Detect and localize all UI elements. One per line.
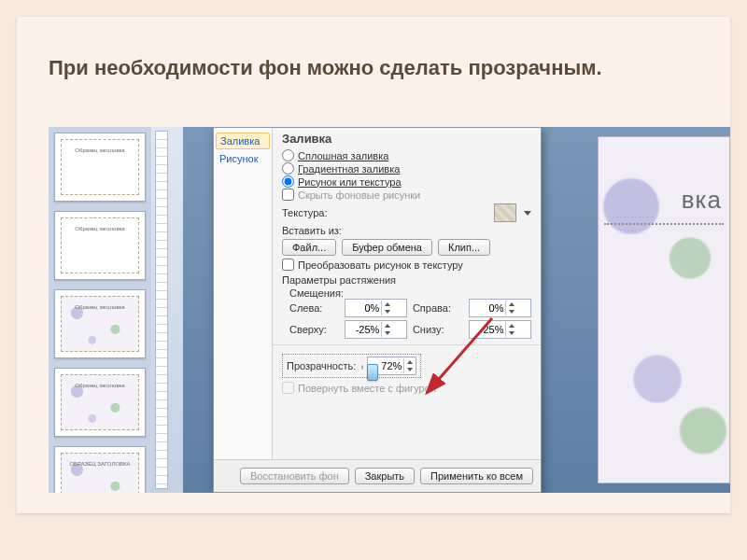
reset-background-button[interactable]: Восстановить фон [240, 468, 349, 484]
apply-to-all-button[interactable]: Применить ко всем [420, 468, 533, 484]
texture-dropdown-icon[interactable] [524, 211, 531, 216]
insert-clipart-button[interactable]: Клип... [438, 239, 490, 256]
vertical-ruler [151, 127, 184, 493]
offset-left-spinner[interactable] [345, 299, 407, 317]
slider-thumb-icon[interactable] [367, 364, 378, 381]
offset-bottom-input[interactable] [470, 324, 505, 335]
checkbox-rotate-with-shape-label: Повернуть вместе с фигурой [298, 383, 436, 394]
slide-thumbnail-panel: Образец заголовка Образец заголовка Обра… [49, 127, 152, 493]
thumbnail-caption: ОБРАЗЕЦ ЗАГОЛОВКА [69, 461, 131, 467]
placeholder-divider-icon [604, 223, 724, 225]
spinner-down-icon[interactable] [382, 329, 393, 337]
separator-icon [273, 344, 541, 345]
checkbox-hide-background[interactable] [282, 189, 294, 201]
offsets-label: Смещения: [289, 287, 531, 299]
radio-picture-fill[interactable] [282, 175, 294, 188]
offset-right-input[interactable] [470, 302, 505, 314]
spinner-up-icon[interactable] [506, 322, 517, 329]
transparency-label: Прозрачность: [287, 360, 356, 371]
offset-top-spinner[interactable] [345, 320, 407, 339]
spinner-down-icon[interactable] [382, 308, 393, 315]
offset-left-label: Слева: [289, 302, 339, 314]
dialog-heading: Заливка [282, 132, 531, 146]
radio-solid-fill-label: Сплошная заливка [298, 150, 388, 161]
checkbox-tile-picture[interactable] [282, 259, 294, 271]
insert-from-label: Вставить из: [282, 225, 531, 236]
offset-top-label: Сверху: [289, 324, 339, 335]
spinner-down-icon[interactable] [506, 329, 517, 337]
dialog-nav-picture[interactable]: Рисунок [214, 150, 272, 167]
slide-thumbnail[interactable]: Образец заголовка [54, 368, 146, 437]
thumbnail-caption: Образец заголовка [69, 147, 131, 153]
insert-file-button[interactable]: Файл... [282, 239, 336, 256]
radio-picture-fill-label: Рисунок или текстура [298, 176, 402, 188]
dialog-nav: Заливка Рисунок [214, 128, 273, 460]
dialog-nav-fill[interactable]: Заливка [216, 133, 270, 149]
dialog-footer: Восстановить фон Закрыть Применить ко вс… [214, 459, 541, 492]
offset-bottom-label: Снизу: [413, 324, 464, 335]
offset-bottom-spinner[interactable] [469, 320, 531, 339]
spinner-up-icon[interactable] [382, 322, 393, 329]
spinner-down-icon[interactable] [404, 366, 416, 373]
checkbox-tile-picture-label: Преобразовать рисунок в текстуру [298, 259, 463, 271]
texture-label: Текстура: [282, 207, 328, 218]
close-button[interactable]: Закрыть [355, 468, 415, 484]
radio-gradient-fill-label: Градиентная заливка [298, 163, 400, 175]
checkbox-hide-background-label: Скрыть фоновые рисунки [298, 189, 420, 201]
slide-text-fragment: вка [682, 186, 722, 215]
checkbox-rotate-with-shape [282, 382, 294, 394]
offset-right-label: Справа: [413, 302, 464, 314]
spinner-up-icon[interactable] [404, 358, 416, 366]
format-background-dialog: Заливка Рисунок Заливка Сплошная заливка… [213, 127, 542, 493]
slide-thumbnail[interactable]: ОБРАЗЕЦ ЗАГОЛОВКА [54, 446, 146, 493]
offset-top-input[interactable] [345, 324, 381, 335]
spinner-up-icon[interactable] [382, 301, 393, 308]
spinner-down-icon[interactable] [506, 308, 517, 315]
thumbnail-caption: Образец заголовка [69, 304, 131, 310]
radio-solid-fill[interactable] [282, 149, 294, 161]
spinner-up-icon[interactable] [506, 301, 517, 308]
offset-left-input[interactable] [345, 302, 381, 314]
screenshot-region: Образец заголовка Образец заголовка Обра… [49, 127, 730, 493]
dialog-content: Заливка Сплошная заливка Градиентная зал… [273, 128, 541, 460]
insert-clipboard-button[interactable]: Буфер обмена [342, 239, 432, 256]
stretch-options-heading: Параметры растяжения [282, 274, 531, 286]
slide-thumbnail[interactable]: Образец заголовка [54, 289, 146, 358]
texture-swatch[interactable] [494, 203, 516, 222]
thumbnail-caption: Образец заголовка [69, 226, 131, 231]
transparency-row-highlighted: Прозрачность: [282, 354, 421, 378]
slide-frame: При необходимости фон можно сделать проз… [17, 17, 730, 513]
offset-right-spinner[interactable] [469, 299, 531, 317]
slide-thumbnail[interactable]: Образец заголовка [54, 211, 146, 280]
slide-thumbnail[interactable]: Образец заголовка [54, 133, 146, 202]
radio-gradient-fill[interactable] [282, 162, 294, 175]
background-slide-preview: вка [598, 136, 730, 483]
thumbnail-caption: Образец заголовка [69, 383, 131, 388]
slide-title: При необходимости фон можно сделать проз… [49, 56, 698, 80]
